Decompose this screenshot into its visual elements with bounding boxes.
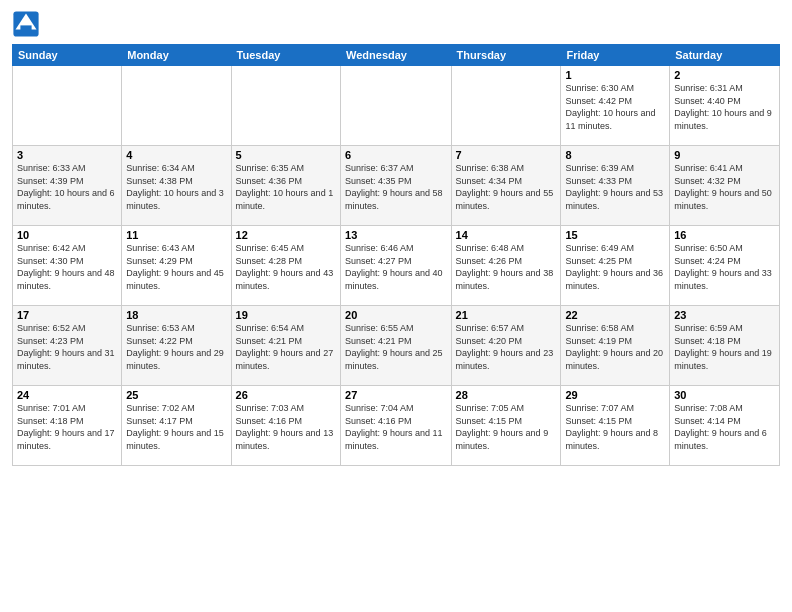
calendar-cell: 21Sunrise: 6:57 AM Sunset: 4:20 PM Dayli… — [451, 306, 561, 386]
day-number: 5 — [236, 149, 336, 161]
calendar-header: SundayMondayTuesdayWednesdayThursdayFrid… — [13, 45, 780, 66]
day-info: Sunrise: 6:46 AM Sunset: 4:27 PM Dayligh… — [345, 242, 447, 292]
calendar-cell: 2Sunrise: 6:31 AM Sunset: 4:40 PM Daylig… — [670, 66, 780, 146]
day-info: Sunrise: 7:05 AM Sunset: 4:15 PM Dayligh… — [456, 402, 557, 452]
page: SundayMondayTuesdayWednesdayThursdayFrid… — [0, 0, 792, 612]
logo — [12, 10, 44, 38]
weekday-header-tuesday: Tuesday — [231, 45, 340, 66]
calendar-cell: 22Sunrise: 6:58 AM Sunset: 4:19 PM Dayli… — [561, 306, 670, 386]
calendar-cell: 4Sunrise: 6:34 AM Sunset: 4:38 PM Daylig… — [122, 146, 231, 226]
calendar-cell: 18Sunrise: 6:53 AM Sunset: 4:22 PM Dayli… — [122, 306, 231, 386]
calendar-cell: 23Sunrise: 6:59 AM Sunset: 4:18 PM Dayli… — [670, 306, 780, 386]
day-info: Sunrise: 7:07 AM Sunset: 4:15 PM Dayligh… — [565, 402, 665, 452]
calendar-cell: 15Sunrise: 6:49 AM Sunset: 4:25 PM Dayli… — [561, 226, 670, 306]
calendar-cell: 16Sunrise: 6:50 AM Sunset: 4:24 PM Dayli… — [670, 226, 780, 306]
day-info: Sunrise: 6:41 AM Sunset: 4:32 PM Dayligh… — [674, 162, 775, 212]
day-info: Sunrise: 6:58 AM Sunset: 4:19 PM Dayligh… — [565, 322, 665, 372]
calendar-cell — [451, 66, 561, 146]
day-info: Sunrise: 7:08 AM Sunset: 4:14 PM Dayligh… — [674, 402, 775, 452]
day-number: 12 — [236, 229, 336, 241]
day-info: Sunrise: 6:43 AM Sunset: 4:29 PM Dayligh… — [126, 242, 226, 292]
day-info: Sunrise: 6:59 AM Sunset: 4:18 PM Dayligh… — [674, 322, 775, 372]
day-number: 2 — [674, 69, 775, 81]
calendar-cell: 13Sunrise: 6:46 AM Sunset: 4:27 PM Dayli… — [341, 226, 452, 306]
day-number: 3 — [17, 149, 117, 161]
day-number: 19 — [236, 309, 336, 321]
day-number: 4 — [126, 149, 226, 161]
day-number: 6 — [345, 149, 447, 161]
day-number: 1 — [565, 69, 665, 81]
calendar-cell — [341, 66, 452, 146]
day-number: 18 — [126, 309, 226, 321]
day-number: 30 — [674, 389, 775, 401]
calendar-cell: 1Sunrise: 6:30 AM Sunset: 4:42 PM Daylig… — [561, 66, 670, 146]
calendar-cell: 20Sunrise: 6:55 AM Sunset: 4:21 PM Dayli… — [341, 306, 452, 386]
day-number: 29 — [565, 389, 665, 401]
day-number: 24 — [17, 389, 117, 401]
day-number: 25 — [126, 389, 226, 401]
weekday-row: SundayMondayTuesdayWednesdayThursdayFrid… — [13, 45, 780, 66]
day-info: Sunrise: 6:37 AM Sunset: 4:35 PM Dayligh… — [345, 162, 447, 212]
day-number: 14 — [456, 229, 557, 241]
calendar-cell: 26Sunrise: 7:03 AM Sunset: 4:16 PM Dayli… — [231, 386, 340, 466]
day-number: 27 — [345, 389, 447, 401]
day-info: Sunrise: 6:48 AM Sunset: 4:26 PM Dayligh… — [456, 242, 557, 292]
day-info: Sunrise: 6:53 AM Sunset: 4:22 PM Dayligh… — [126, 322, 226, 372]
day-info: Sunrise: 6:31 AM Sunset: 4:40 PM Dayligh… — [674, 82, 775, 132]
day-number: 28 — [456, 389, 557, 401]
day-info: Sunrise: 6:54 AM Sunset: 4:21 PM Dayligh… — [236, 322, 336, 372]
calendar-week-5: 24Sunrise: 7:01 AM Sunset: 4:18 PM Dayli… — [13, 386, 780, 466]
weekday-header-sunday: Sunday — [13, 45, 122, 66]
day-info: Sunrise: 6:45 AM Sunset: 4:28 PM Dayligh… — [236, 242, 336, 292]
calendar: SundayMondayTuesdayWednesdayThursdayFrid… — [12, 44, 780, 466]
svg-rect-2 — [20, 25, 31, 32]
weekday-header-monday: Monday — [122, 45, 231, 66]
weekday-header-friday: Friday — [561, 45, 670, 66]
day-number: 9 — [674, 149, 775, 161]
calendar-cell — [231, 66, 340, 146]
calendar-week-2: 3Sunrise: 6:33 AM Sunset: 4:39 PM Daylig… — [13, 146, 780, 226]
day-number: 15 — [565, 229, 665, 241]
day-info: Sunrise: 7:03 AM Sunset: 4:16 PM Dayligh… — [236, 402, 336, 452]
logo-icon — [12, 10, 40, 38]
calendar-cell: 27Sunrise: 7:04 AM Sunset: 4:16 PM Dayli… — [341, 386, 452, 466]
day-number: 22 — [565, 309, 665, 321]
calendar-cell: 14Sunrise: 6:48 AM Sunset: 4:26 PM Dayli… — [451, 226, 561, 306]
day-info: Sunrise: 6:49 AM Sunset: 4:25 PM Dayligh… — [565, 242, 665, 292]
calendar-cell: 7Sunrise: 6:38 AM Sunset: 4:34 PM Daylig… — [451, 146, 561, 226]
day-number: 20 — [345, 309, 447, 321]
day-info: Sunrise: 6:38 AM Sunset: 4:34 PM Dayligh… — [456, 162, 557, 212]
day-number: 13 — [345, 229, 447, 241]
weekday-header-thursday: Thursday — [451, 45, 561, 66]
calendar-cell: 17Sunrise: 6:52 AM Sunset: 4:23 PM Dayli… — [13, 306, 122, 386]
day-number: 17 — [17, 309, 117, 321]
day-info: Sunrise: 6:34 AM Sunset: 4:38 PM Dayligh… — [126, 162, 226, 212]
calendar-cell: 29Sunrise: 7:07 AM Sunset: 4:15 PM Dayli… — [561, 386, 670, 466]
day-info: Sunrise: 7:02 AM Sunset: 4:17 PM Dayligh… — [126, 402, 226, 452]
calendar-cell: 12Sunrise: 6:45 AM Sunset: 4:28 PM Dayli… — [231, 226, 340, 306]
day-info: Sunrise: 6:39 AM Sunset: 4:33 PM Dayligh… — [565, 162, 665, 212]
calendar-cell: 19Sunrise: 6:54 AM Sunset: 4:21 PM Dayli… — [231, 306, 340, 386]
calendar-cell — [122, 66, 231, 146]
weekday-header-wednesday: Wednesday — [341, 45, 452, 66]
day-number: 8 — [565, 149, 665, 161]
calendar-week-4: 17Sunrise: 6:52 AM Sunset: 4:23 PM Dayli… — [13, 306, 780, 386]
calendar-cell: 10Sunrise: 6:42 AM Sunset: 4:30 PM Dayli… — [13, 226, 122, 306]
day-info: Sunrise: 6:50 AM Sunset: 4:24 PM Dayligh… — [674, 242, 775, 292]
calendar-week-3: 10Sunrise: 6:42 AM Sunset: 4:30 PM Dayli… — [13, 226, 780, 306]
calendar-body: 1Sunrise: 6:30 AM Sunset: 4:42 PM Daylig… — [13, 66, 780, 466]
day-number: 23 — [674, 309, 775, 321]
day-number: 11 — [126, 229, 226, 241]
day-info: Sunrise: 6:52 AM Sunset: 4:23 PM Dayligh… — [17, 322, 117, 372]
calendar-week-1: 1Sunrise: 6:30 AM Sunset: 4:42 PM Daylig… — [13, 66, 780, 146]
calendar-cell — [13, 66, 122, 146]
day-info: Sunrise: 6:42 AM Sunset: 4:30 PM Dayligh… — [17, 242, 117, 292]
calendar-cell: 28Sunrise: 7:05 AM Sunset: 4:15 PM Dayli… — [451, 386, 561, 466]
day-info: Sunrise: 6:30 AM Sunset: 4:42 PM Dayligh… — [565, 82, 665, 132]
calendar-cell: 11Sunrise: 6:43 AM Sunset: 4:29 PM Dayli… — [122, 226, 231, 306]
day-info: Sunrise: 6:33 AM Sunset: 4:39 PM Dayligh… — [17, 162, 117, 212]
day-number: 26 — [236, 389, 336, 401]
day-number: 7 — [456, 149, 557, 161]
day-number: 16 — [674, 229, 775, 241]
calendar-cell: 24Sunrise: 7:01 AM Sunset: 4:18 PM Dayli… — [13, 386, 122, 466]
